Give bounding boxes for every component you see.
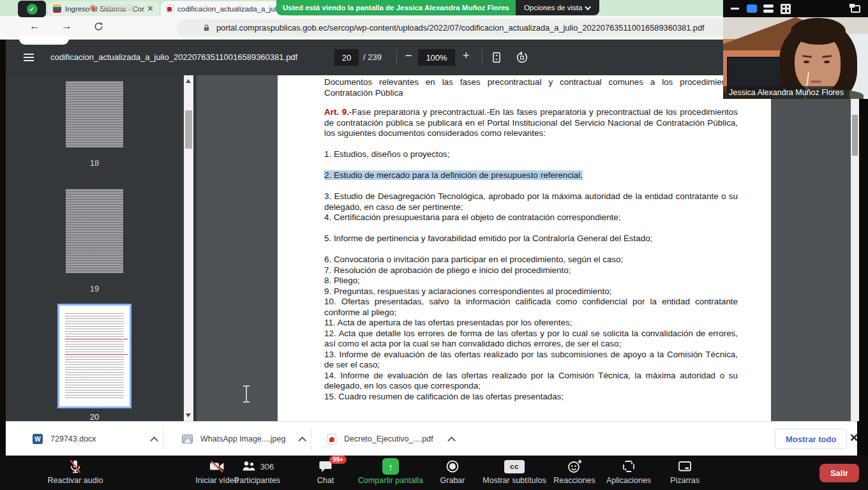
thumbnail-red-line	[65, 354, 128, 355]
pdf-file-icon	[327, 434, 336, 445]
download-chip-image[interactable]: WhatsApp Image....jpeg	[182, 422, 304, 456]
scrollbar-thumb[interactable]	[185, 110, 192, 149]
pdf-favicon	[166, 4, 174, 13]
toolbar-label: Participantes	[234, 476, 280, 485]
download-chip-pdf[interactable]: Decreto_Ejecutivo_....pdf	[327, 422, 453, 456]
selection-highlight: 2. Estudio de mercado para la definición…	[324, 170, 583, 180]
chevron-down-icon	[585, 4, 591, 10]
webcam-video[interactable]: Jessica Alexandra Muñoz Flores	[723, 17, 868, 99]
view-options-label: Opciones de vista	[524, 4, 582, 11]
chevron-up-icon[interactable]	[447, 436, 456, 445]
list-item: 3. Estudio de Desagregación Tecnológica,…	[324, 191, 738, 212]
browser-tab-pdf-active[interactable]: codificacion_actualizada_a_julio_2022	[161, 1, 287, 16]
active-view-icon[interactable]	[747, 4, 757, 13]
chat-unread-badge: 99+	[329, 456, 347, 464]
download-chip-docx[interactable]: W 729743.docx	[33, 422, 156, 456]
list-item: 4. Certificación presupuestaria para el …	[324, 212, 738, 223]
record-button[interactable]: Grabar	[417, 458, 488, 485]
heading-line: Documentos relevantes en las fases preco…	[324, 77, 738, 88]
page-total: / 239	[363, 52, 382, 62]
scrollbar-thumb[interactable]	[852, 115, 858, 156]
share-banner-text: Usted está viendo la pantalla de Jessica…	[276, 0, 516, 15]
scroll-down-icon[interactable]	[186, 413, 191, 417]
participants-button[interactable]: 306 Participantes	[222, 458, 292, 485]
pdf-thumbnail-sidebar: 18 19 20	[6, 75, 197, 421]
leave-meeting-button[interactable]: Salir	[819, 464, 859, 482]
zoom-in-button[interactable]: +	[463, 49, 470, 63]
pdf-document-text: Documentos relevantes en las fases preco…	[324, 77, 738, 402]
word-file-icon: W	[33, 434, 43, 444]
sercop-favicon	[53, 4, 61, 13]
sidebar-scrollbar[interactable]	[184, 75, 193, 421]
toolbar-label: Mostrar subtítulos	[483, 476, 546, 485]
toolbar-divider	[482, 50, 483, 65]
person-eye	[804, 61, 809, 63]
list-item: 7. Resolución de aprobación de pliego e …	[324, 265, 738, 276]
list-item: 9. Preguntas, respuestas y aclaraciones …	[324, 286, 738, 297]
pdf-main-scrollbar[interactable]	[851, 75, 859, 421]
list-item: 12. Acta que detalle los errores de form…	[324, 329, 738, 350]
recording-indicator: Grabando	[90, 3, 135, 12]
download-filename: Decreto_Ejecutivo_....pdf	[344, 434, 433, 443]
thumbnail-page-19[interactable]	[61, 183, 128, 279]
list-item: 1. Estudios, diseños o proyectos;	[324, 149, 738, 160]
recording-shield-badge: ✓	[18, 1, 46, 17]
list-item: 13. Informe de evaluación de las ofertas…	[324, 350, 738, 371]
show-all-downloads-button[interactable]: Mostrar todo	[775, 429, 847, 449]
toolbar-label: Aplicaciones	[606, 476, 651, 485]
letterbox-left	[0, 40, 6, 456]
participants-count: 306	[260, 462, 274, 471]
list-item: 14. Informe de evaluación de las ofertas…	[324, 371, 738, 392]
minimize-icon[interactable]	[731, 8, 739, 10]
list-item-highlighted: 2. Estudio de mercado para la definición…	[324, 170, 738, 181]
zoom-out-button[interactable]: −	[405, 49, 412, 63]
whiteboards-button[interactable]: Pizarras	[650, 458, 720, 485]
close-downloads-icon[interactable]: ✕	[849, 431, 858, 445]
thumbnail-page-20-selected[interactable]	[57, 304, 131, 408]
toolbar-label: Grabar	[440, 476, 465, 485]
document-heading: Documentos relevantes en las fases preco…	[324, 77, 738, 98]
thumbnail-label: 18	[61, 158, 128, 168]
chat-button[interactable]: Chat 99+	[290, 458, 361, 485]
pdf-page-20[interactable]: Documentos relevantes en las fases preco…	[278, 75, 771, 421]
reload-icon[interactable]	[93, 21, 104, 32]
page-number-input[interactable]: 20	[334, 49, 359, 66]
article-label: Art. 9.	[324, 107, 349, 117]
fit-page-icon[interactable]	[490, 50, 504, 64]
chevron-up-icon[interactable]	[299, 436, 307, 445]
share-screen-button[interactable]: ↑ Compartir pantalla	[355, 458, 426, 485]
toolbar-label: Reactivar audio	[48, 476, 103, 485]
forward-icon[interactable]: →	[61, 20, 72, 33]
article-body: -Fase preparatoria y precontractual.-En …	[324, 107, 738, 138]
back-icon[interactable]: ←	[29, 20, 40, 33]
image-file-icon	[182, 434, 193, 443]
text-cursor-ibeam	[243, 385, 250, 403]
hamburger-menu-icon[interactable]	[24, 52, 34, 63]
list-item: 8. Pliego;	[324, 276, 738, 286]
participant-video-panel: Jessica Alexandra Muñoz Flores	[723, 0, 868, 99]
reactions-icon	[567, 459, 583, 474]
thumbnail-red-line	[65, 339, 128, 339]
tab-close-icon[interactable]: ✕	[147, 4, 154, 13]
recording-label: Grabando	[99, 3, 135, 12]
rotate-ccw-icon[interactable]	[515, 50, 529, 64]
popout-icon[interactable]	[851, 5, 860, 13]
speaker-view-icon[interactable]	[763, 4, 774, 15]
thumbnail-label: 20	[61, 412, 128, 422]
url-text: portal.compraspublicas.gob.ec/sercop/wp-…	[216, 23, 705, 33]
padlock-icon	[202, 24, 211, 33]
unmute-audio-button[interactable]: Reactivar audio	[40, 458, 110, 485]
view-options-button[interactable]: Opciones de vista	[516, 0, 599, 15]
participant-name-tag: Jessica Alexandra Muñoz Flores	[723, 86, 849, 99]
scroll-up-icon[interactable]	[186, 79, 191, 83]
person-hairline	[791, 18, 846, 45]
thumbnail-page-18[interactable]	[61, 75, 128, 153]
zoom-level-input[interactable]: 100%	[418, 49, 455, 66]
tab-title: codificacion_actualizada_a_julio_2022	[177, 5, 282, 13]
thumbnail-text-lines	[65, 313, 124, 399]
gallery-view-icon[interactable]	[781, 4, 791, 14]
whiteboard-icon	[677, 459, 692, 474]
toolbar-divider	[396, 50, 397, 65]
toolbar-label: Reacciones	[553, 476, 595, 485]
chevron-up-icon[interactable]	[150, 436, 158, 445]
